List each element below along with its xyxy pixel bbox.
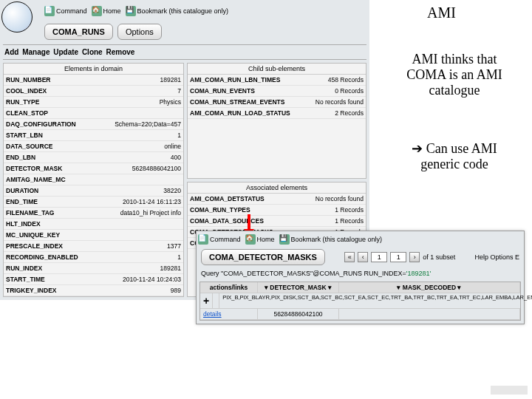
table-row[interactable]: RUN_NUMBER189281	[4, 75, 183, 86]
table-row[interactable]: COOL_INDEX7	[4, 86, 183, 97]
command-button[interactable]: 📄Command	[44, 6, 87, 16]
pager-next[interactable]: ›	[409, 252, 420, 262]
table-row[interactable]: COMA_RUN_STREAM_EVENTSNo records found	[188, 97, 366, 108]
footer-placeholder	[491, 386, 528, 395]
command-icon: 📄	[198, 234, 208, 245]
home-icon: 🏠	[92, 6, 102, 16]
pager-page-input[interactable]	[371, 252, 387, 262]
table-row[interactable]: FILENAME_TAGdata10_hi Project info	[4, 208, 183, 219]
pager-first[interactable]: «	[344, 252, 355, 262]
bookmark-label: Bookmark (this catalogue only)	[137, 7, 229, 15]
inset-bookmark-button[interactable]: 💾Bookmark (this catalogue only)	[279, 234, 383, 245]
table-row[interactable]: TRIGKEY_INDEX989	[4, 285, 183, 296]
pager: « ‹ › of 1 subset	[344, 252, 455, 262]
table-row[interactable]: PRESCALE_INDEX1377	[4, 241, 183, 252]
table-row[interactable]: RUN_INDEX189281	[4, 263, 183, 274]
inset-command-button[interactable]: 📄Command	[198, 234, 241, 245]
inset-help[interactable]: Help Options E	[474, 253, 519, 261]
inset-window: 📄Command 🏠Home 💾Bookmark (this catalogue…	[196, 231, 525, 324]
elements-panel: Elements in domain RUN_NUMBER189281COOL_…	[3, 63, 184, 297]
table-row[interactable]: RUN_TYPEPhysics	[4, 97, 183, 108]
pager-of-input[interactable]	[390, 252, 406, 262]
annotation-think: AMI thinks that COMA is an AMI catalogue	[392, 52, 517, 98]
detmask-value: 56284886042100	[258, 309, 339, 319]
pager-prev[interactable]: ‹	[358, 252, 368, 262]
table-row[interactable]: RECORDING_ENABLED1	[4, 252, 183, 263]
table-row[interactable]: DETECTOR_MASK56284886042100	[4, 163, 183, 174]
table-row[interactable]: END_LBN400	[4, 152, 183, 163]
table-row[interactable]: AMITAG_NAME_MC	[4, 174, 183, 185]
table-row[interactable]: AMI_COMA_DETSTATUSNo records found	[188, 194, 366, 205]
pager-subset: of 1 subset	[423, 253, 455, 261]
floppy-icon: 💾	[126, 6, 136, 16]
command-icon: 📄	[44, 6, 55, 16]
table-row[interactable]: COMA_RUN_TYPES1 Records	[188, 205, 366, 216]
mask-decoded-cell: PIX_B,PIX_BLAYR,PIX_DISK,SCT_BA,SCT_BC,S…	[219, 293, 532, 308]
table-row[interactable]: START_LBN1	[4, 130, 183, 141]
table-row[interactable]: COMA_DATA_SOURCES1 Records	[188, 216, 366, 227]
query-text: Query "COMA_DETECTOR_MASKS"@COMA_RUNS RU…	[197, 267, 524, 280]
table-row[interactable]: DATA_SOURCEonline	[4, 141, 183, 152]
inset-tab[interactable]: COMA_DETECTOR_MASKS	[201, 249, 325, 265]
table-row[interactable]: DAQ_CONFIGURATIONSchema=220;Data=457	[4, 119, 183, 130]
command-label: Command	[56, 7, 87, 15]
home-label: Home	[103, 7, 121, 15]
children-panel: Child sub-elements AMI_COMA_RUN_LBN_TIME…	[187, 63, 366, 179]
floppy-icon: 💾	[279, 234, 290, 245]
col-detmask[interactable]: ▾ DETECTOR_MASK ▾	[258, 282, 339, 293]
elements-title: Elements in domain	[4, 64, 183, 75]
home-button[interactable]: 🏠Home	[92, 6, 121, 16]
table-row[interactable]: AMI_COMA_RUN_LBN_TIMES458 Records	[188, 75, 366, 86]
home-icon: 🏠	[245, 234, 256, 245]
annotation-can: ➔ Can use AMI generic code	[392, 140, 517, 172]
action-bar[interactable]: Add Manage Update Clone Remove	[3, 44, 366, 60]
query-index: '189281'	[406, 270, 431, 277]
table-row[interactable]: HLT_INDEX	[4, 219, 183, 230]
table-row[interactable]: CLEAN_STOP	[4, 108, 183, 119]
tab-coma-runs[interactable]: COMA_RUNS	[44, 24, 113, 40]
inset-home-button[interactable]: 🏠Home	[245, 234, 275, 245]
expand-button[interactable]: +	[200, 293, 213, 308]
col-actions: actions/links	[200, 282, 258, 293]
assoc-title: Associated elements	[188, 183, 366, 194]
page-title: AMI	[427, 4, 456, 21]
tab-options[interactable]: Options	[117, 24, 162, 40]
ami-logo	[1, 1, 37, 37]
table-row[interactable]: COMA_RUN_EVENTS0 Records	[188, 86, 366, 97]
table-row[interactable]: MC_UNIQUE_KEY	[4, 230, 183, 241]
table-row[interactable]: START_TIME2010-11-24 10:24:03	[4, 274, 183, 285]
table-row[interactable]: AMI_COMA_RUN_LOAD_STATUS2 Records	[188, 108, 366, 119]
children-title: Child sub-elements	[188, 64, 366, 75]
bookmark-button[interactable]: 💾Bookmark (this catalogue only)	[126, 6, 229, 16]
col-maskdecoded[interactable]: ▾ MASK_DECODED ▾	[339, 282, 520, 293]
table-row[interactable]: END_TIME2010-11-24 16:11:23	[4, 197, 183, 208]
results-table: actions/links ▾ DETECTOR_MASK ▾ ▾ MASK_D…	[200, 282, 521, 321]
table-row[interactable]: DURATION38220	[4, 185, 183, 197]
details-link[interactable]: details	[200, 309, 258, 319]
